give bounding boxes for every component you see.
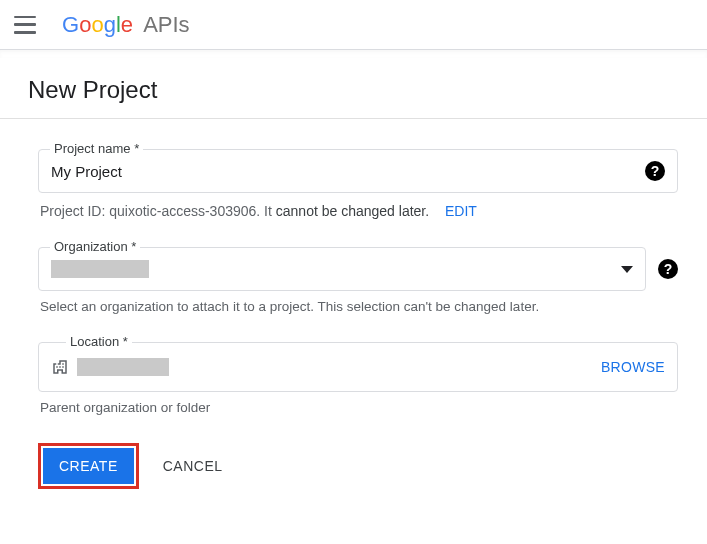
project-name-input[interactable]	[51, 163, 645, 180]
organization-value-redacted	[51, 260, 149, 278]
browse-button[interactable]: BROWSE	[601, 359, 665, 375]
cancel-button[interactable]: CANCEL	[163, 458, 223, 474]
building-icon	[51, 358, 69, 376]
chevron-down-icon	[621, 266, 633, 273]
location-field: Location * BROWSE	[38, 342, 678, 392]
location-value-redacted	[77, 358, 169, 376]
help-icon[interactable]: ?	[658, 259, 678, 279]
create-button[interactable]: CREATE	[43, 448, 134, 484]
action-row: CREATE CANCEL	[38, 443, 678, 489]
organization-label: Organization *	[50, 239, 140, 254]
location-helper: Parent organization or folder	[40, 400, 678, 415]
page-title: New Project	[28, 76, 679, 104]
location-label: Location *	[66, 334, 132, 349]
project-name-label: Project name *	[50, 141, 143, 156]
help-icon[interactable]: ?	[645, 161, 665, 181]
project-name-field: Project name * ?	[38, 149, 678, 193]
organization-helper: Select an organization to attach it to a…	[40, 299, 678, 314]
google-apis-logo: Google APIs	[62, 12, 190, 38]
create-highlight: CREATE	[38, 443, 139, 489]
project-id-line: Project ID: quixotic-access-303906. It c…	[40, 203, 678, 219]
menu-icon[interactable]	[14, 16, 36, 34]
top-bar: Google APIs	[0, 0, 707, 50]
edit-project-id-link[interactable]: EDIT	[445, 203, 477, 219]
divider	[0, 118, 707, 119]
organization-field: Organization * ?	[38, 247, 678, 291]
